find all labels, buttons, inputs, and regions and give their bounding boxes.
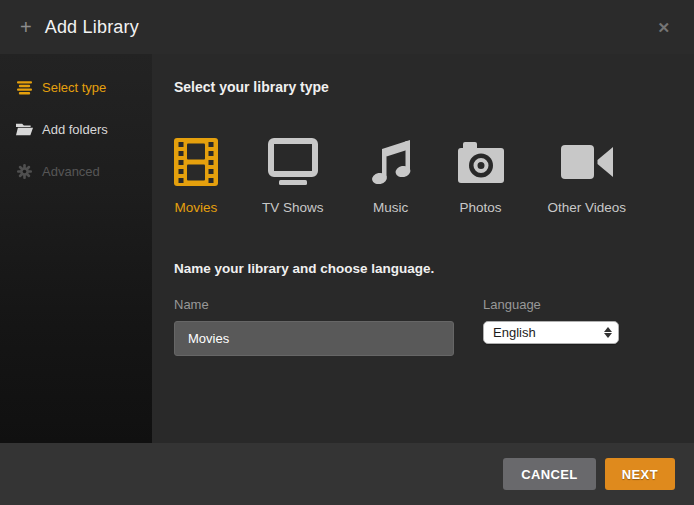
camera-icon (458, 138, 504, 186)
sidebar-item-label: Advanced (42, 164, 100, 179)
library-type-tv-shows[interactable]: TV Shows (262, 138, 324, 216)
music-note-icon (368, 138, 414, 186)
folder-icon (16, 121, 33, 138)
language-field-group: Language English (483, 278, 619, 356)
select-arrows-icon (604, 327, 612, 338)
library-type-heading: Select your library type (174, 78, 674, 96)
name-library-heading: Name your library and choose language. (174, 260, 674, 278)
sidebar-item-select-type[interactable]: Select type (0, 72, 152, 102)
name-field-label: Name (174, 296, 454, 313)
close-icon[interactable]: ✕ (653, 16, 674, 39)
next-button[interactable]: NEXT (605, 458, 675, 490)
sidebar-item-advanced[interactable]: Advanced (0, 156, 152, 186)
add-library-dialog: + Add Library ✕ Select type (0, 0, 694, 505)
library-type-row: Movies TV Shows (174, 138, 674, 216)
main-content: Select your library type (152, 54, 694, 443)
library-type-music[interactable]: Music (368, 138, 414, 216)
library-form-row: Name Language English (174, 278, 674, 356)
plus-icon: + (20, 17, 32, 37)
sidebar-item-add-folders[interactable]: Add folders (0, 114, 152, 144)
language-select[interactable]: English (483, 321, 619, 344)
language-field-label: Language (483, 296, 619, 313)
library-type-label: Other Videos (548, 199, 627, 216)
dialog-title: Add Library (45, 17, 139, 38)
library-type-label: Movies (175, 199, 218, 216)
library-type-label: Photos (460, 199, 502, 216)
library-type-movies[interactable]: Movies (174, 138, 218, 216)
film-icon (174, 138, 218, 186)
name-field-group: Name (174, 278, 454, 356)
library-type-other-videos[interactable]: Other Videos (548, 138, 627, 216)
library-type-label: TV Shows (262, 199, 324, 216)
tv-icon (268, 138, 318, 186)
sidebar: Select type Add folders (0, 54, 152, 443)
cancel-button[interactable]: CANCEL (503, 458, 596, 490)
video-camera-icon (561, 138, 613, 186)
library-type-label: Music (373, 199, 408, 216)
dialog-footer: CANCEL NEXT (0, 443, 694, 505)
library-type-photos[interactable]: Photos (458, 138, 504, 216)
dialog-body: Select type Add folders (0, 54, 694, 443)
sidebar-item-label: Add folders (42, 122, 108, 137)
type-lines-icon (16, 79, 33, 96)
library-name-input[interactable] (174, 321, 454, 356)
sidebar-item-label: Select type (42, 80, 106, 95)
dialog-header: + Add Library ✕ (0, 0, 694, 54)
gear-icon (16, 163, 33, 180)
language-selected-value: English (493, 326, 604, 339)
